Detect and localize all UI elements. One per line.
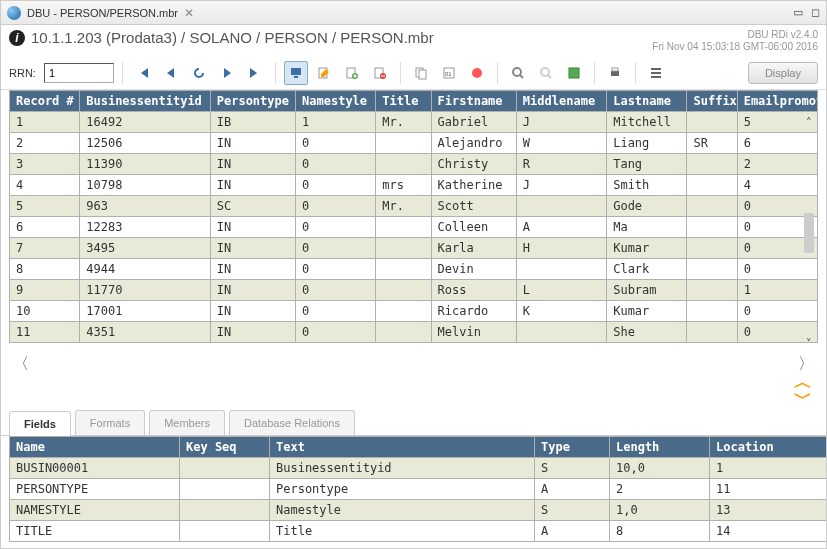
main-data-table[interactable]: Record #BusinessentityidPersontypeNamest… — [9, 90, 818, 343]
app-icon — [7, 6, 21, 20]
table-row[interactable]: 5963SC0Mr.ScottGode0 — [10, 196, 818, 217]
column-header[interactable]: Namestyle — [296, 91, 376, 112]
svg-rect-15 — [611, 71, 619, 76]
close-tab-icon[interactable]: ✕ — [184, 6, 194, 20]
column-header[interactable]: Key Seq — [180, 437, 270, 458]
table-row[interactable]: 1017001IN0RicardoKKumar0 — [10, 301, 818, 322]
svg-rect-1 — [294, 76, 298, 78]
maximize-icon[interactable]: ◻ — [811, 6, 820, 19]
column-header[interactable]: Name — [10, 437, 180, 458]
export-icon[interactable] — [562, 61, 586, 85]
svg-point-11 — [471, 67, 483, 79]
tab-fields[interactable]: Fields — [9, 411, 71, 436]
table-row[interactable]: BUSIN00001BusinessentityidS10,01 — [10, 458, 828, 479]
info-icon[interactable]: i — [9, 30, 25, 46]
print-icon[interactable] — [603, 61, 627, 85]
hex-icon[interactable]: 01 — [437, 61, 461, 85]
column-header[interactable]: Emailpromot — [737, 91, 817, 112]
tab-database-relations[interactable]: Database Relations — [229, 410, 355, 435]
help-icon[interactable] — [465, 61, 489, 85]
last-record-icon[interactable] — [243, 61, 267, 85]
prev-record-icon[interactable] — [159, 61, 183, 85]
copy-icon[interactable] — [409, 61, 433, 85]
column-header[interactable]: Length — [610, 437, 710, 458]
delete-icon[interactable] — [368, 61, 392, 85]
rrn-input[interactable] — [44, 63, 114, 83]
column-header[interactable]: Record # — [10, 91, 80, 112]
column-header[interactable]: Suffix — [687, 91, 737, 112]
table-row[interactable]: 311390IN0ChristyRTang2 — [10, 154, 818, 175]
window-title: DBU - PERSON/PERSON.mbr — [27, 7, 178, 19]
scroll-up-icon[interactable]: ˄ — [806, 116, 812, 129]
table-row[interactable]: PERSONTYPEPersontypeA211 — [10, 479, 828, 500]
svg-text:01: 01 — [445, 71, 452, 77]
tab-formats[interactable]: Formats — [75, 410, 145, 435]
edit-icon[interactable] — [312, 61, 336, 85]
table-row[interactable]: 114351IN0MelvinShe0 — [10, 322, 818, 343]
svg-point-13 — [541, 68, 549, 76]
table-row[interactable]: 73495IN0KarlaHKumar0 — [10, 238, 818, 259]
minimize-icon[interactable]: ▭ — [793, 6, 803, 19]
table-row[interactable]: 911770IN0RossLSubram1 — [10, 280, 818, 301]
first-record-icon[interactable] — [131, 61, 155, 85]
scroll-thumb[interactable] — [804, 213, 814, 253]
search-icon[interactable] — [506, 61, 530, 85]
table-row[interactable]: 212506IN0AlejandroWLiangSR6 — [10, 133, 818, 154]
fields-table[interactable]: NameKey SeqTextTypeLengthLocation BUSIN0… — [9, 436, 827, 542]
svg-point-12 — [513, 68, 521, 76]
next-record-icon[interactable] — [215, 61, 239, 85]
column-header[interactable]: Middlename — [516, 91, 606, 112]
column-header[interactable]: Persontype — [210, 91, 295, 112]
version-label: DBU RDi v2.4.0 — [652, 29, 818, 41]
svg-rect-0 — [291, 68, 301, 75]
refresh-icon[interactable] — [187, 61, 211, 85]
svg-rect-16 — [612, 68, 618, 71]
table-row[interactable]: 612283IN0ColleenAMa0 — [10, 217, 818, 238]
scroll-down-icon[interactable]: ˅ — [806, 337, 812, 350]
display-button[interactable]: Display — [748, 62, 818, 84]
tab-members[interactable]: Members — [149, 410, 225, 435]
svg-rect-14 — [569, 68, 579, 78]
table-row[interactable]: 410798IN0mrsKatherineJSmith4 — [10, 175, 818, 196]
rrn-label: RRN: — [9, 67, 36, 79]
monitor-icon[interactable] — [284, 61, 308, 85]
table-row[interactable]: 84944IN0DevinClark0 — [10, 259, 818, 280]
svg-rect-8 — [419, 70, 426, 79]
column-header[interactable]: Type — [535, 437, 610, 458]
breadcrumb-path: 10.1.1.203 (Prodata3) / SOLANO / PERSON … — [31, 29, 434, 46]
table-row[interactable]: NAMESTYLENamestyleS1,013 — [10, 500, 828, 521]
search-next-icon[interactable] — [534, 61, 558, 85]
collapse-down-icon[interactable]: ﹀ — [794, 390, 812, 406]
add-icon[interactable] — [340, 61, 364, 85]
column-header[interactable]: Location — [710, 437, 828, 458]
column-header[interactable]: Lastname — [607, 91, 687, 112]
column-header[interactable]: Firstname — [431, 91, 516, 112]
menu-icon[interactable] — [644, 61, 668, 85]
table-row[interactable]: 116492IB1Mr.GabrielJMitchell5 — [10, 112, 818, 133]
scroll-left-icon[interactable]: 〈 — [13, 354, 29, 375]
column-header[interactable]: Text — [270, 437, 535, 458]
column-header[interactable]: Title — [376, 91, 431, 112]
table-row[interactable]: TITLETitleA814 — [10, 521, 828, 542]
timestamp-label: Fri Nov 04 15:03:18 GMT-06:00 2016 — [652, 41, 818, 53]
column-header[interactable]: Businessentityid — [80, 91, 210, 112]
